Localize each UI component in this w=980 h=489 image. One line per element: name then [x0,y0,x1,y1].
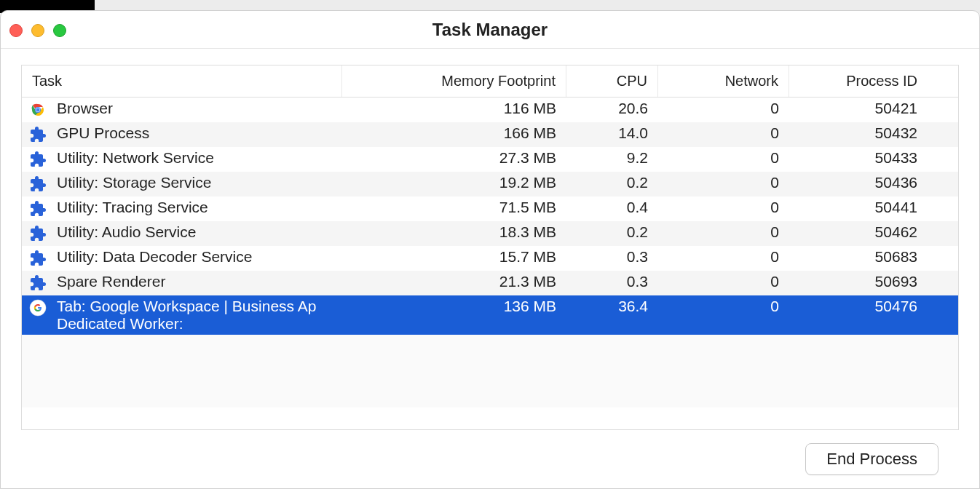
extension-icon [29,175,48,193]
table-row[interactable]: Utility: Network Service27.3 MB9.2050433 [22,147,958,172]
window-title: Task Manager [432,20,548,40]
task-name: Spare Renderer [57,273,332,290]
table-row[interactable]: Spare Renderer21.3 MB0.3050693 [22,271,958,295]
cell-pid: 50421 [789,98,928,119]
column-header-pid[interactable]: Process ID [789,65,928,97]
cell-pid: 50476 [789,295,928,317]
cell-network: 0 [658,221,789,243]
extension-icon [29,274,48,292]
cell-cpu: 36.4 [566,295,658,317]
cell-task: Utility: Network Service [22,147,342,172]
task-name: Utility: Tracing Service [57,199,332,216]
cell-cpu: 0.3 [566,246,658,268]
table-header-row: Task Memory Footprint CPU Network Proces… [22,65,958,98]
cell-pid: 50436 [789,172,928,194]
table-row[interactable]: Utility: Audio Service18.3 MB0.2050462 [22,221,958,246]
task-subline: Dedicated Worker: [57,315,332,333]
google-icon [29,299,48,317]
cell-network: 0 [658,246,789,268]
cell-memory: 166 MB [342,122,566,144]
cell-cpu: 14.0 [566,122,658,144]
cell-pid: 50683 [789,246,928,268]
window-controls [9,24,66,37]
svg-point-3 [36,108,40,112]
cell-pid: 50441 [789,196,928,218]
chrome-icon [29,101,48,119]
task-name: Tab: Google Workspace | Business Ap [57,298,332,315]
table-row[interactable]: Tab: Google Workspace | Business ApDedic… [22,295,958,335]
column-header-cpu[interactable]: CPU [566,65,658,97]
process-table: Task Memory Footprint CPU Network Proces… [21,65,959,430]
cell-cpu: 0.4 [566,196,658,218]
table-empty-area [22,335,958,408]
cell-network: 0 [658,122,789,144]
cell-memory: 15.7 MB [342,246,566,268]
task-name: Browser [57,100,332,117]
cell-memory: 71.5 MB [342,196,566,218]
cell-memory: 18.3 MB [342,221,566,243]
extension-icon [29,200,48,218]
minimize-window-button[interactable] [31,24,44,37]
cell-pid: 50693 [789,271,928,293]
table-row[interactable]: Utility: Tracing Service71.5 MB0.4050441 [22,196,958,221]
cell-memory: 21.3 MB [342,271,566,293]
cell-task: Browser [22,98,342,122]
cell-cpu: 9.2 [566,147,658,169]
task-name: Utility: Audio Service [57,223,332,241]
cell-network: 0 [658,271,789,293]
cell-network: 0 [658,295,789,317]
cell-cpu: 0.3 [566,271,658,293]
extension-icon [29,250,48,267]
cell-task: Utility: Audio Service [22,221,342,246]
cell-cpu: 20.6 [566,98,658,119]
cell-pid: 50433 [789,147,928,169]
cell-network: 0 [658,196,789,218]
content-area: Task Memory Footprint CPU Network Proces… [1,49,979,488]
cell-task: Utility: Data Decoder Service [22,246,342,271]
extension-icon [29,126,48,143]
cell-memory: 27.3 MB [342,147,566,169]
cell-cpu: 0.2 [566,221,658,243]
cell-task: GPU Process [22,122,342,147]
table-row[interactable]: Browser116 MB20.6050421 [22,98,958,122]
table-row[interactable]: Utility: Storage Service19.2 MB0.2050436 [22,172,958,196]
cell-memory: 116 MB [342,98,566,119]
table-row[interactable]: GPU Process166 MB14.0050432 [22,122,958,147]
column-header-task[interactable]: Task [22,65,342,97]
cell-memory: 136 MB [342,295,566,317]
task-manager-window: Task Manager Task Memory Footprint CPU N… [0,10,980,489]
cell-cpu: 0.2 [566,172,658,194]
task-name: Utility: Data Decoder Service [57,248,332,266]
cell-task: Spare Renderer [22,271,342,295]
cell-task: Tab: Google Workspace | Business ApDedic… [22,295,342,335]
table-body: Browser116 MB20.6050421 GPU Process166 M… [22,98,958,429]
task-name: Utility: Network Service [57,149,332,167]
cell-network: 0 [658,147,789,169]
cell-task: Utility: Tracing Service [22,196,342,221]
close-window-button[interactable] [9,24,23,37]
table-row[interactable]: Utility: Data Decoder Service15.7 MB0.30… [22,246,958,271]
extension-icon [29,151,48,168]
cell-network: 0 [658,172,789,194]
cell-memory: 19.2 MB [342,172,566,194]
titlebar[interactable]: Task Manager [1,11,979,49]
column-header-network[interactable]: Network [658,65,789,97]
end-process-button[interactable]: End Process [805,443,938,475]
cell-network: 0 [658,98,789,119]
cell-pid: 50462 [789,221,928,243]
task-name: Utility: Storage Service [57,174,332,191]
task-name: GPU Process [57,124,332,142]
zoom-window-button[interactable] [53,24,66,37]
extension-icon [29,225,48,242]
cell-task: Utility: Storage Service [22,172,342,196]
footer: End Process [21,430,959,475]
cell-pid: 50432 [789,122,928,144]
column-header-memory[interactable]: Memory Footprint [342,65,566,97]
